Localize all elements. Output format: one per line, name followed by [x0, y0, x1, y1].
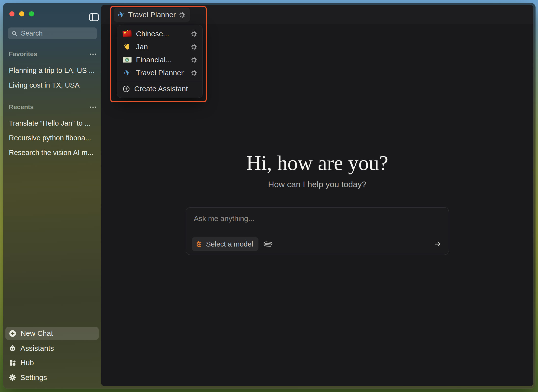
recents-label: Recents: [9, 103, 34, 111]
assistants-icon: [9, 345, 16, 352]
china-flag-icon: [122, 30, 132, 37]
airplane-icon: ✈: [117, 10, 126, 20]
gear-icon: [191, 30, 198, 37]
menu-item-label: Financial...: [136, 56, 172, 64]
chat-item-label: Planning a trip to LA, US ...: [9, 66, 95, 75]
paperclip-icon: [262, 238, 274, 250]
main-pane: ✈ Travel Planner Chinese... Jan: [101, 5, 533, 386]
sidebar-item-settings[interactable]: Settings: [5, 371, 99, 384]
favorite-chat-item[interactable]: Planning a trip to LA, US ...: [9, 65, 97, 75]
traffic-lights: [9, 11, 34, 16]
select-model-label: Select a model: [206, 240, 253, 248]
jan-llama-icon: [195, 240, 203, 248]
gear-icon: [191, 56, 198, 63]
search-bar: [8, 27, 97, 39]
assistant-selector-label: Travel Planner: [128, 11, 176, 19]
send-arrow-icon: [433, 240, 442, 248]
chat-input[interactable]: [193, 214, 441, 230]
favorites-menu-button[interactable]: [89, 52, 97, 56]
recent-chat-item[interactable]: Recursive python fibona...: [9, 133, 97, 143]
greeting-subtitle: How can I help you today?: [101, 179, 533, 189]
zoom-button[interactable]: [29, 11, 34, 16]
nav-label: Hub: [20, 359, 34, 367]
recent-chat-item[interactable]: Translate “Hello Jan” to ...: [9, 118, 97, 128]
assistant-selector-button[interactable]: ✈ Travel Planner: [114, 8, 190, 22]
chat-item-label: Research the vision AI m...: [9, 149, 94, 157]
sidebar-item-hub[interactable]: Hub: [5, 356, 99, 369]
gear-icon: [191, 43, 198, 50]
menu-item-label: Jan: [136, 43, 148, 51]
sidebar-item-assistants[interactable]: Assistants: [5, 342, 99, 355]
hub-grid-icon: [9, 359, 16, 366]
new-chat-button[interactable]: New Chat: [5, 327, 99, 340]
create-assistant-button[interactable]: Create Assistant: [117, 82, 202, 96]
assistant-settings-button[interactable]: [191, 30, 198, 37]
airplane-icon: ✈: [123, 68, 132, 78]
app-window: Favorites Planning a trip to LA, US ... …: [3, 3, 536, 389]
chat-item-label: Translate “Hello Jan” to ...: [9, 119, 91, 127]
gear-icon: [179, 12, 186, 18]
dollar-banknote-icon: [123, 57, 132, 63]
menu-item-label: Chinese...: [136, 30, 169, 38]
nav-label: New Chat: [21, 329, 53, 338]
nav-label: Settings: [20, 373, 47, 382]
plus-circle-outline-icon: [122, 85, 130, 93]
search-icon: [11, 30, 18, 37]
assistant-menu: Chinese... Jan Financial... ✈: [117, 25, 203, 98]
waving-hand-icon: [123, 43, 131, 51]
menu-item-label: Travel Planner: [136, 69, 184, 77]
search-input[interactable]: [20, 29, 94, 38]
assistant-settings-button[interactable]: [191, 69, 198, 76]
nav-label: Assistants: [20, 344, 54, 353]
menu-divider: [117, 81, 202, 81]
assistant-menu-item-jan[interactable]: Jan: [117, 40, 202, 53]
assistant-menu-item-travel-planner[interactable]: ✈ Travel Planner: [117, 66, 202, 79]
favorites-label: Favorites: [9, 50, 37, 58]
chat-item-label: Recursive python fibona...: [9, 134, 91, 142]
recent-chat-item[interactable]: Research the vision AI m...: [9, 148, 97, 157]
minimize-button[interactable]: [19, 11, 24, 16]
sidebar-toggle-button[interactable]: [89, 13, 99, 21]
settings-gear-icon: [9, 374, 16, 381]
sidebar: Favorites Planning a trip to LA, US ... …: [3, 3, 101, 389]
assistant-menu-item-financial[interactable]: Financial...: [117, 53, 202, 66]
send-button[interactable]: [433, 240, 442, 248]
gear-icon: [191, 69, 198, 76]
composer-toolbar: Select a model: [192, 237, 442, 251]
assistant-settings-button[interactable]: [191, 43, 198, 50]
recents-menu-button[interactable]: [89, 105, 97, 109]
ellipsis-icon: [89, 106, 97, 108]
favorites-section-header: Favorites: [9, 50, 97, 58]
chat-item-label: Living cost in TX, USA: [9, 81, 80, 89]
assistant-settings-button[interactable]: [191, 56, 198, 63]
recents-section-header: Recents: [9, 103, 97, 111]
close-button[interactable]: [9, 11, 14, 16]
greeting-title: Hi, how are you?: [101, 152, 533, 174]
chat-composer: Select a model: [186, 207, 449, 255]
sidebar-toggle-icon: [89, 13, 99, 21]
create-assistant-label: Create Assistant: [134, 85, 188, 93]
attach-file-button[interactable]: [264, 240, 272, 248]
plus-circle-icon: [9, 330, 16, 337]
select-model-button[interactable]: Select a model: [192, 237, 259, 251]
ellipsis-icon: [89, 53, 97, 55]
favorite-chat-item[interactable]: Living cost in TX, USA: [9, 80, 97, 90]
assistant-menu-item-chinese[interactable]: Chinese...: [117, 27, 202, 40]
